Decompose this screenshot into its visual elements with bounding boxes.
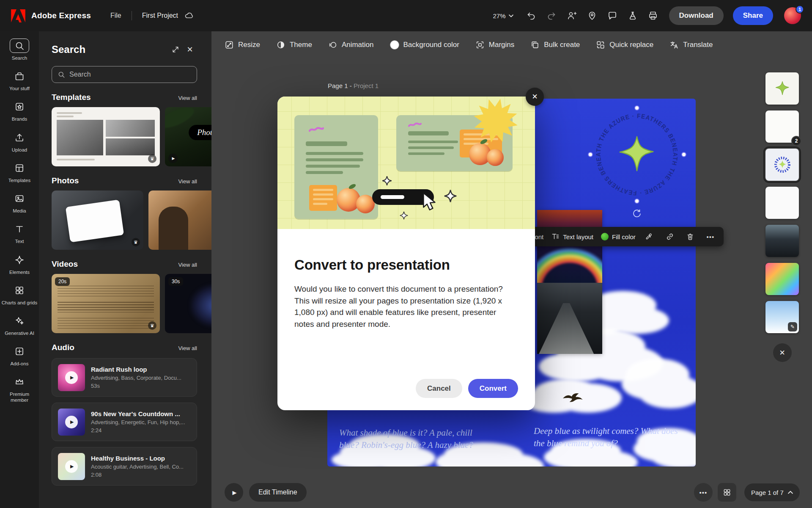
template-thumbnail-photos[interactable]: Photos ▶: [165, 107, 211, 166]
chevron-up-icon: [788, 491, 793, 494]
invite-people-button[interactable]: [563, 7, 580, 24]
selection-handle-top[interactable]: [634, 105, 639, 110]
sidebar-item-premium[interactable]: Premium member: [0, 371, 38, 407]
theme-button[interactable]: Theme: [276, 40, 312, 50]
road-photo: [537, 283, 602, 354]
more-options-button[interactable]: •••: [704, 230, 717, 243]
sidebar-item-add-ons[interactable]: Add-ons: [0, 340, 38, 371]
video-thumbnail-smoke[interactable]: 30s: [165, 274, 211, 333]
page-thumbnail-6[interactable]: [765, 263, 799, 295]
photo-thumbnail-cafe[interactable]: [148, 190, 211, 250]
bulk-create-button[interactable]: Bulk create: [530, 40, 580, 50]
expand-panel-button[interactable]: [168, 42, 183, 57]
edit-timeline-button[interactable]: Edit Timeline: [249, 483, 307, 502]
search-icon: [10, 39, 29, 53]
sidebar-item-generative-ai[interactable]: Generative AI: [0, 310, 38, 340]
avatar[interactable]: 1: [784, 7, 801, 24]
grid-view-button[interactable]: [718, 483, 736, 502]
template-thumbnail-wedding[interactable]: ♛: [52, 107, 160, 166]
file-menu[interactable]: File: [110, 12, 121, 19]
sidebar-item-media[interactable]: Media: [0, 188, 38, 218]
panel-title: Search: [52, 44, 168, 55]
design-text-right[interactable]: Deep blue as twilight comes? What does t…: [534, 425, 683, 450]
selection-handle-bottom[interactable]: [634, 199, 639, 204]
resize-button[interactable]: Resize: [225, 40, 260, 50]
audio-item[interactable]: ▶ Healthy Business - Loop Acoustic guita…: [52, 447, 197, 486]
audio-title: 90s New Year's Countdown ...: [91, 410, 191, 417]
sidebar-item-elements[interactable]: Elements: [0, 249, 38, 279]
canvas-more-button[interactable]: •••: [694, 483, 713, 502]
selection-handle-right[interactable]: [681, 152, 686, 157]
undo-button[interactable]: [523, 7, 540, 24]
generative-ai-icon: [10, 314, 29, 328]
play-icon[interactable]: ▶: [58, 409, 85, 436]
zoom-control[interactable]: 27%: [493, 12, 513, 19]
play-icon[interactable]: ▶: [58, 364, 85, 391]
selection-handle-left[interactable]: [588, 152, 593, 157]
media-icon: [10, 191, 29, 206]
comment-button[interactable]: [604, 7, 621, 24]
sparkle-icon: [381, 175, 392, 186]
scribble-star-icon: [774, 80, 790, 97]
quick-replace-button[interactable]: Quick replace: [596, 40, 653, 50]
page-thumbnail-2[interactable]: 2: [765, 110, 799, 143]
sidebar-item-your-stuff[interactable]: Your stuff: [0, 65, 38, 96]
translate-button[interactable]: Translate: [669, 40, 713, 50]
photo-thumbnail-tablet[interactable]: ♛: [52, 190, 143, 250]
sidebar-item-upload[interactable]: Upload: [0, 127, 38, 157]
redo-button[interactable]: [543, 7, 560, 24]
sidebar-item-charts-grids[interactable]: Charts and grids: [0, 279, 38, 310]
notification-badge: 1: [796, 5, 804, 14]
modal-close-button[interactable]: ✕: [526, 88, 544, 106]
video-thumbnail-sheet-music[interactable]: 20s ♛: [52, 274, 160, 333]
design-text-left[interactable]: What shade of blue is it? A pale, chill …: [339, 427, 492, 451]
play-icon[interactable]: ▶: [58, 453, 85, 480]
sidebar-item-templates[interactable]: Templates: [0, 157, 38, 188]
text-layout-button[interactable]: Text layout: [551, 232, 593, 241]
bulk-create-icon: [530, 40, 540, 50]
page-indicator[interactable]: Page 1 of 7: [744, 483, 800, 501]
eyedropper-button[interactable]: [643, 230, 656, 243]
page-thumbnail-5[interactable]: [765, 225, 799, 257]
page-label: Page 1 - Project 1: [328, 82, 379, 89]
delete-button[interactable]: [684, 230, 697, 243]
location-pin-button[interactable]: [584, 7, 601, 24]
sidebar-item-search[interactable]: Search: [0, 35, 38, 65]
close-panel-button[interactable]: ✕: [183, 42, 197, 57]
preview-play-button[interactable]: ▶: [225, 483, 243, 502]
animation-button[interactable]: Animation: [328, 40, 374, 50]
audio-item[interactable]: ▶ 90s New Year's Countdown ... Advertisi…: [52, 403, 197, 441]
close-pages-rail-button[interactable]: ✕: [773, 343, 792, 362]
page-thumbnail-3-selected[interactable]: [765, 149, 799, 181]
share-button[interactable]: Share: [733, 6, 773, 25]
fill-color-button[interactable]: Fill color: [601, 233, 636, 240]
view-all-audio[interactable]: View all: [178, 345, 197, 351]
audio-tags: Acoustic guitar, Advertising, Bell, Co..…: [91, 464, 191, 470]
view-all-photos[interactable]: View all: [178, 178, 197, 185]
convert-button[interactable]: Convert: [468, 379, 518, 398]
download-button[interactable]: Download: [669, 6, 724, 25]
link-button[interactable]: [664, 230, 676, 243]
margins-button[interactable]: Margins: [475, 40, 514, 50]
upload-icon: [10, 130, 29, 145]
sidebar-item-brands[interactable]: Brands: [0, 96, 38, 126]
beta-lab-button[interactable]: [624, 7, 641, 24]
view-all-templates[interactable]: View all: [178, 95, 197, 101]
audio-item[interactable]: ▶ Radiant Rush loop Advertising, Bass, C…: [52, 358, 197, 397]
sidebar-item-text[interactable]: Text: [0, 218, 38, 248]
page-thumbnail-4[interactable]: [765, 187, 799, 219]
bird-image: [562, 392, 585, 405]
page-thumbnail-1[interactable]: [765, 72, 799, 105]
close-icon: ✕: [532, 92, 538, 101]
page-thumbnail-7[interactable]: ✎: [765, 301, 799, 333]
cursor-arrow-icon: [421, 192, 438, 213]
cancel-button[interactable]: Cancel: [416, 379, 462, 398]
project-name[interactable]: First Project: [142, 12, 178, 19]
rotate-handle-icon[interactable]: [632, 209, 642, 219]
modal-title: Convert to presentation: [294, 257, 518, 273]
background-color-button[interactable]: Background color: [390, 40, 459, 50]
view-all-videos[interactable]: View all: [178, 262, 197, 268]
print-button[interactable]: [645, 7, 661, 24]
edit-badge-icon: ✎: [788, 322, 797, 331]
search-input[interactable]: [69, 71, 191, 78]
